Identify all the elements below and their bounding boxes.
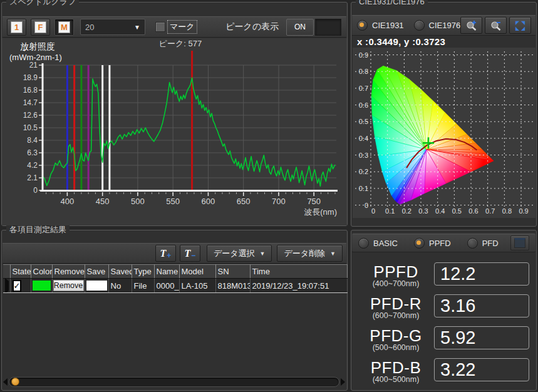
svg-text:0.8: 0.8 [502, 207, 512, 215]
cie-diagram-panel: CIE1931/CIE1976 CIE1931 CIE1976 [351, 2, 537, 227]
svg-text:0.9: 0.9 [359, 51, 368, 59]
data-select-dropdown[interactable]: データ選択 ▼ [207, 245, 272, 262]
saved-cell: No [108, 279, 132, 293]
scrollbar-track[interactable] [9, 377, 339, 387]
peak-display-toggle-track[interactable] [315, 19, 341, 36]
metric-label-pfd-r: PFD-R (600~700nm) [359, 296, 433, 320]
radio-dot-icon [414, 238, 425, 249]
svg-text:650: 650 [237, 197, 251, 206]
radio-cie1976[interactable]: CIE1976 [414, 20, 461, 31]
col-name[interactable]: Name [154, 265, 179, 279]
results-toolbar: T + T − データ選択 ▼ データ削除 ▼ [3, 243, 346, 264]
svg-text:600: 600 [202, 197, 215, 206]
magnifier-minus-icon [489, 19, 503, 32]
fit-arrows-icon: ◤◥◣◢ [515, 20, 526, 31]
ppfd-values-panel: BASIC PPFD PFD PPFD (400~700nm) 12.2 PFD… [351, 230, 537, 391]
col-sn[interactable]: SN [215, 265, 250, 279]
svg-text:0.7: 0.7 [359, 85, 368, 92]
color-cell-swatch[interactable] [33, 281, 51, 291]
horizontal-scrollbar [3, 376, 345, 388]
svg-text:12.6: 12.6 [23, 111, 38, 120]
svg-text:0.7: 0.7 [485, 207, 495, 215]
col-color[interactable]: Color [31, 265, 52, 279]
peak-display-on-button[interactable]: ON [286, 19, 314, 36]
type-cell: File [132, 279, 154, 293]
report-view-button[interactable] [510, 235, 529, 250]
remove-text-button[interactable]: T − [180, 245, 200, 262]
radio-cie1931[interactable]: CIE1931 [357, 20, 404, 31]
metric-label-pfd-b: PFD-B (400~500nm) [359, 359, 433, 384]
metric-value-pfd-g: 5.92 [434, 326, 529, 349]
graph-mode-f-button[interactable]: F [31, 19, 50, 36]
metric-value-pfd-r: 3.16 [434, 294, 529, 317]
cie-chromaticity-diagram: 000.10.10.20.20.30.30.40.40.50.50.60.60.… [351, 48, 536, 226]
radio-dot-icon [414, 20, 425, 31]
zoom-fit-button[interactable]: ◤◥◣◢ [509, 17, 531, 34]
radio-ppfd[interactable]: PPFD [414, 238, 451, 249]
col-type[interactable]: Type [132, 265, 154, 279]
zoom-out-button[interactable] [485, 17, 507, 34]
col-model[interactable]: Model [179, 265, 215, 279]
graph-mode-m-button[interactable]: M [54, 19, 74, 36]
scrollbar-thumb[interactable] [11, 378, 19, 386]
svg-text:6.3: 6.3 [27, 148, 38, 157]
results-table: State Color Remove Save Saved Type Name … [3, 264, 348, 293]
graph-mode-1-button[interactable]: 1 [7, 19, 26, 36]
svg-text:16.8: 16.8 [23, 86, 38, 95]
svg-text:2.1: 2.1 [27, 173, 38, 182]
svg-text:0.9: 0.9 [519, 207, 528, 215]
spectrum-graph-panel: スペクトルグラフ 1 F M 20 ▼ マーク ピークの表示 ON 放射照度 (… [1, 2, 348, 226]
radio-basic[interactable]: BASIC [358, 238, 398, 249]
measurement-results-panel: 各項目測定結果 T + T − データ選択 ▼ データ削除 ▼ [1, 230, 348, 391]
scroll-right-arrow-icon[interactable] [341, 378, 345, 386]
f-icon: F [34, 21, 46, 33]
cie-panel-title: CIE1931/CIE1976 [356, 0, 428, 6]
x-axis-title: 波長(nm) [304, 207, 337, 218]
table-row: ✓ Remove No File 0000_Y LA-105 818M0132 … [3, 279, 347, 293]
radio-dot-icon [467, 238, 478, 249]
svg-text:0: 0 [371, 207, 375, 215]
results-panel-title: 各項目測定結果 [6, 225, 70, 234]
svg-text:750: 750 [307, 197, 321, 206]
mark-checkbox-label[interactable]: マーク [168, 21, 197, 33]
col-save[interactable]: Save [85, 265, 108, 279]
svg-text:0.8: 0.8 [359, 68, 368, 75]
col-state[interactable]: State [10, 265, 31, 279]
row-indicator-header [3, 265, 10, 279]
svg-text:0: 0 [365, 202, 368, 209]
row-indicator-cell[interactable] [3, 279, 10, 293]
name-cell: 0000_Y [154, 279, 179, 293]
save-field[interactable] [86, 281, 107, 291]
svg-text:0.3: 0.3 [418, 207, 428, 215]
chevron-down-icon: ▼ [260, 250, 266, 257]
row-indicator-icon [5, 279, 9, 293]
radio-dot-icon [358, 238, 369, 249]
application-window: スペクトルグラフ 1 F M 20 ▼ マーク ピークの表示 ON 放射照度 (… [0, 0, 538, 392]
svg-text:450: 450 [96, 197, 110, 206]
zoom-in-button[interactable] [460, 17, 482, 34]
average-count-select[interactable]: 20 ▼ [80, 19, 145, 35]
svg-text:18.9: 18.9 [23, 73, 38, 82]
svg-text:0.5: 0.5 [452, 207, 462, 215]
svg-text:0.2: 0.2 [402, 207, 411, 215]
one-icon: 1 [11, 21, 23, 33]
col-remove[interactable]: Remove [52, 265, 85, 279]
svg-text:8.4: 8.4 [27, 136, 38, 145]
radio-pfd[interactable]: PFD [467, 238, 499, 249]
peak-display-label: ピークの表示 [225, 21, 279, 33]
state-checkbox[interactable]: ✓ [13, 280, 22, 292]
window-icon [514, 238, 525, 248]
mark-checkbox[interactable] [155, 22, 165, 32]
color-cell [31, 279, 52, 293]
data-delete-dropdown[interactable]: データ削除 ▼ [277, 245, 343, 262]
scroll-left-arrow-icon[interactable] [3, 378, 8, 386]
chevron-down-icon: ▼ [330, 250, 336, 257]
col-time[interactable]: Time [250, 265, 347, 279]
svg-text:550: 550 [166, 197, 180, 206]
remove-button[interactable]: Remove [53, 280, 84, 291]
add-text-button[interactable]: T + [155, 245, 176, 262]
y-axis-title: 放射照度 (mWm-2nm-1) [9, 41, 62, 63]
svg-text:0.4: 0.4 [435, 207, 445, 215]
svg-text:700: 700 [272, 197, 286, 206]
col-saved[interactable]: Saved [108, 265, 132, 279]
